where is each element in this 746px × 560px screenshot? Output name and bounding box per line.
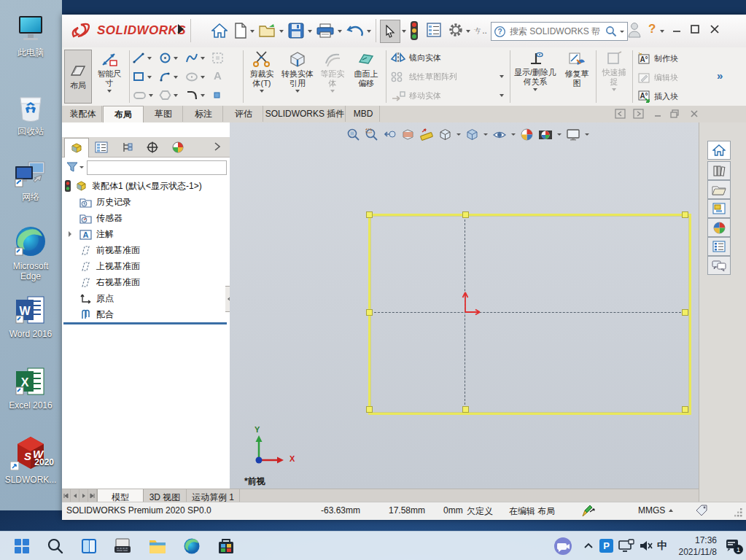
rectangle-tool-caret[interactable] (147, 76, 152, 79)
status-sketch-pencil-icon[interactable] (581, 505, 596, 518)
doc-nav-first-button[interactable] (62, 489, 71, 502)
tab-layout[interactable]: 布局 (103, 106, 144, 123)
file-explorer-button[interactable] (148, 537, 167, 555)
polygon-tool-caret[interactable] (174, 94, 178, 97)
edit-appearance-icon[interactable] (520, 128, 534, 141)
edit-block-button[interactable]: 编辑块 (637, 71, 678, 84)
fm-tab-propertymanager[interactable] (90, 138, 113, 157)
view-orientation-icon[interactable] (438, 128, 452, 141)
taskpane-view-palette-tab[interactable] (707, 199, 731, 218)
fm-tab-overflow-chevron[interactable] (214, 141, 221, 152)
print-caret[interactable] (338, 30, 342, 33)
undo-caret[interactable] (367, 30, 371, 33)
status-units[interactable]: MMGS (638, 505, 665, 516)
resize-grip[interactable] (734, 508, 743, 517)
save-icon[interactable] (288, 23, 304, 39)
sketch-midpoint-handle[interactable] (366, 309, 373, 316)
sketch-vertex-handle[interactable] (682, 211, 688, 218)
display-style-caret[interactable] (483, 133, 488, 136)
tree-item-origin[interactable]: 原点 (62, 290, 228, 306)
doc-nav-next-button[interactable] (79, 489, 88, 502)
filter-funnel-icon[interactable] (66, 161, 78, 173)
sketch-midpoint-handle[interactable] (682, 309, 688, 316)
ellipse-tool-icon[interactable] (185, 71, 198, 83)
desktop-icon-word[interactable]: W Word 2016 (0, 295, 61, 339)
window-close-button[interactable] (710, 24, 720, 34)
horizontal-centerline[interactable] (370, 312, 685, 313)
tab-mbd[interactable]: MBD (347, 106, 380, 122)
search-box[interactable]: ? (491, 22, 628, 41)
mirror-entities-button[interactable]: 镜向实体 (390, 52, 441, 63)
open-icon[interactable] (259, 23, 276, 38)
apply-scene-icon[interactable] (538, 128, 553, 141)
doc-close-button[interactable] (689, 109, 699, 119)
tab-assembly[interactable]: 装配体 (64, 106, 102, 122)
previous-view-icon[interactable] (383, 128, 397, 141)
tray-picpick-button[interactable]: P (599, 539, 613, 553)
make-block-button[interactable]: A° 制作块 (637, 52, 678, 65)
sketch-vertex-handle[interactable] (682, 406, 688, 413)
ribbon-overflow-button[interactable]: » (717, 69, 723, 82)
home-icon[interactable] (211, 23, 228, 39)
convert-entities-button[interactable]: 转换实体引用 (281, 50, 314, 93)
taskpane-file-explorer-tab[interactable] (707, 180, 731, 199)
fm-tab-displaymanager[interactable] (166, 138, 190, 157)
offset-entities-caret[interactable] (330, 90, 335, 93)
edge-taskbar-button[interactable] (183, 537, 201, 555)
tab-evaluate[interactable]: 评估 (225, 106, 263, 122)
start-button[interactable] (13, 537, 31, 555)
line-tool-icon[interactable] (133, 52, 145, 64)
tab-addins[interactable]: SOLIDWORKS 插件 (265, 106, 346, 122)
desktop-icon-this-pc[interactable]: 此电脑 (0, 15, 61, 59)
section-view-icon[interactable] (401, 128, 415, 141)
undo-icon[interactable] (346, 23, 364, 38)
taskbar-search-button[interactable] (47, 537, 64, 555)
circle-tool-caret[interactable] (174, 57, 178, 60)
desktop-icon-recycle-bin[interactable]: 回收站 (0, 93, 61, 138)
smart-dimension-caret[interactable] (107, 90, 112, 93)
hide-show-caret[interactable] (511, 133, 516, 136)
save-caret[interactable] (308, 30, 312, 33)
view-settings-caret[interactable] (585, 133, 589, 136)
tray-show-hidden-button[interactable] (583, 542, 594, 549)
logo-flyout-arrow-icon[interactable] (177, 23, 184, 35)
hide-show-items-icon[interactable] (492, 128, 507, 141)
slot-tool-icon[interactable] (133, 90, 147, 101)
display-delete-relations-button[interactable]: 显示/删除几何关系 (513, 50, 558, 91)
tray-display-cast-icon[interactable] (618, 539, 634, 553)
tree-root-assembly[interactable]: 装配体1 (默认<显示状态-1>) (62, 178, 228, 194)
graphics-viewport[interactable]: Y X *前视 (230, 122, 699, 489)
options-caret[interactable] (466, 30, 470, 33)
display-style-icon[interactable] (465, 128, 479, 141)
desktop-icon-edge[interactable]: MicrosoftEdge (0, 225, 61, 281)
view-settings-icon[interactable] (566, 128, 580, 141)
fillet-tool-caret[interactable] (201, 94, 205, 97)
sketch-rectangle[interactable] (368, 214, 691, 415)
microsoft-store-button[interactable] (217, 537, 236, 555)
doc-restore-button[interactable] (669, 109, 680, 119)
line-tool-caret[interactable] (147, 57, 152, 60)
select-tool-button[interactable] (380, 20, 400, 43)
repair-sketch-button[interactable]: 修复草图 (561, 50, 593, 88)
tree-item-mates[interactable]: 配合 (62, 306, 228, 322)
trim-entities-button[interactable]: 剪裁实体(T) (246, 50, 278, 93)
measure-icon[interactable] (419, 128, 434, 141)
move-entities-button[interactable]: 移动实体 (390, 90, 441, 101)
window-minimize-button[interactable] (672, 25, 682, 35)
taskpane-design-library-tab[interactable] (707, 161, 731, 180)
tray-clock[interactable]: 17:36 2021/11/8 (675, 534, 717, 558)
sketch-vertex-handle[interactable] (366, 406, 373, 413)
circle-tool-icon[interactable] (159, 52, 171, 64)
tab-sketch[interactable]: 草图 (144, 106, 183, 122)
apply-scene-caret[interactable] (557, 133, 562, 136)
doc-nav-prev-button[interactable] (71, 489, 79, 502)
doc-next-window-button[interactable] (633, 109, 644, 119)
slot-tool-caret[interactable] (149, 94, 153, 97)
relations-caret[interactable] (533, 88, 537, 91)
quick-snaps-caret[interactable] (612, 88, 616, 91)
options-gear-icon[interactable] (448, 23, 463, 37)
select-tool-caret[interactable] (402, 30, 406, 33)
taskpane-appearances-tab[interactable] (707, 218, 731, 237)
tree-item-sensors[interactable]: 传感器 (62, 210, 228, 226)
doc-prev-window-button[interactable] (615, 109, 626, 119)
